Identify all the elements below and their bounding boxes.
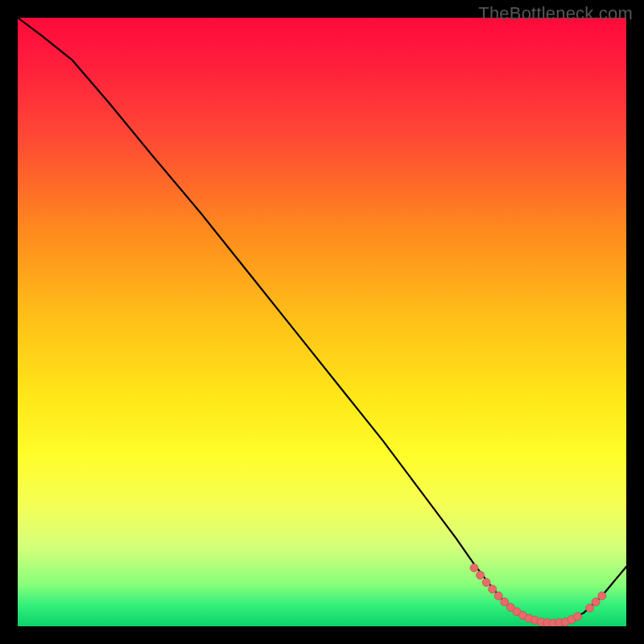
curve-marker [477,572,485,580]
curve-marker [574,613,582,621]
curve-marker [470,564,478,572]
gradient-background [18,18,626,626]
curve-marker [586,604,594,612]
curve-marker [489,585,497,593]
watermark-label: TheBottleneck.com [478,3,633,24]
curve-marker [598,592,606,600]
curve-marker [494,592,502,600]
curve-marker [592,598,600,606]
plot-area [18,18,626,626]
curve-marker [482,579,490,587]
chart-frame: TheBottleneck.com [0,0,644,644]
bottleneck-chart [18,18,626,626]
